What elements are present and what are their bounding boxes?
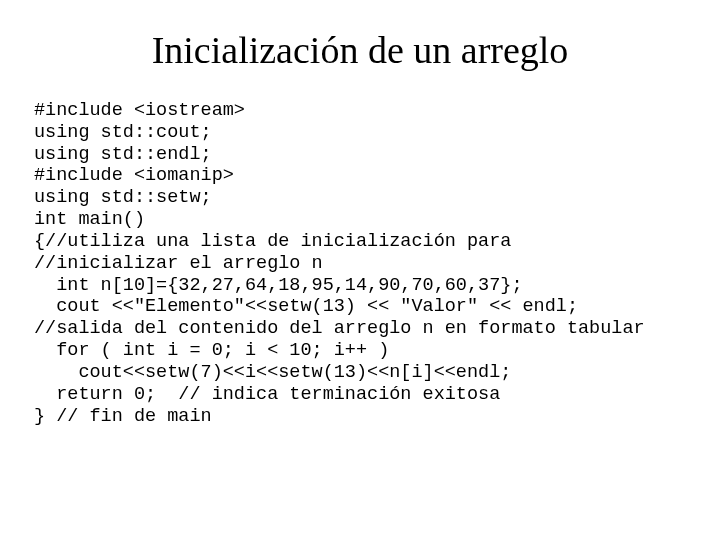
- code-block: #include <iostream> using std::cout; usi…: [34, 100, 686, 427]
- slide-title: Inicialización de un arreglo: [34, 28, 686, 72]
- slide: Inicialización de un arreglo #include <i…: [0, 0, 720, 540]
